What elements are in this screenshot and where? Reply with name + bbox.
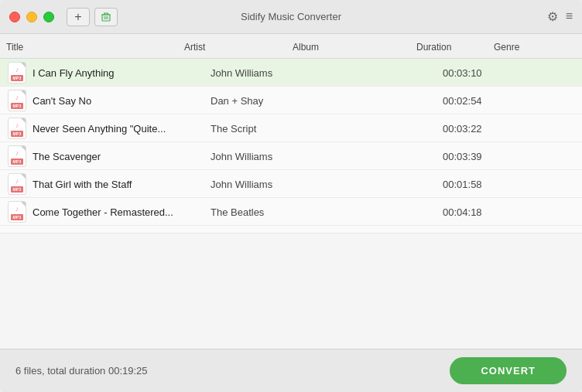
titlebar: + Sidify Music Converter ⚙ ≡ — [0, 0, 582, 34]
cell-title: That Girl with the Staff — [33, 177, 211, 191]
close-button[interactable] — [9, 12, 20, 22]
column-header-title: Title — [6, 39, 184, 53]
mp3-label: MP3 — [11, 186, 22, 193]
cell-duration: 00:03:22 — [443, 121, 520, 135]
column-header-duration: Duration — [416, 39, 494, 53]
trash-icon — [101, 12, 111, 22]
window-title: Sidify Music Converter — [241, 11, 341, 22]
mp3-file-icon: ♪ MP3 — [8, 118, 26, 139]
cell-duration: 00:02:54 — [443, 94, 520, 107]
mp3-label: MP3 — [11, 214, 22, 220]
table-row[interactable]: ♪ MP3 I Can Fly Anything John Williams 0… — [0, 59, 582, 87]
cell-artist: John Williams — [211, 177, 319, 191]
cell-duration: 00:04:18 — [443, 205, 520, 219]
delete-button[interactable] — [94, 8, 118, 26]
mp3-label: MP3 — [11, 103, 22, 109]
music-note: ♪ — [15, 121, 19, 129]
row-icon: ♪ MP3 — [6, 62, 28, 84]
mp3-file-icon: ♪ MP3 — [8, 145, 26, 167]
cell-artist: The Beatles — [211, 205, 319, 219]
cell-duration: 00:03:10 — [443, 66, 520, 80]
mp3-label: MP3 — [11, 131, 22, 137]
column-header-genre: Genre — [494, 39, 576, 53]
mp3-file-icon: ♪ MP3 — [8, 62, 26, 84]
cell-title: The Scavenger — [33, 149, 211, 163]
music-note: ♪ — [15, 205, 19, 213]
row-icon: ♪ MP3 — [6, 201, 28, 223]
column-header-album: Album — [293, 39, 416, 53]
music-note: ♪ — [15, 149, 19, 157]
row-icon: ♪ MP3 — [6, 145, 28, 167]
maximize-button[interactable] — [43, 12, 54, 22]
empty-area — [0, 233, 582, 349]
cell-artist: Dan + Shay — [211, 94, 319, 107]
table-row[interactable]: ♪ MP3 Can't Say No Dan + Shay 00:02:54 — [0, 87, 582, 114]
music-note: ♪ — [15, 66, 19, 73]
minimize-button[interactable] — [26, 12, 37, 22]
titlebar-right: ⚙ ≡ — [547, 9, 573, 24]
table-header: Title Artist Album Duration Genre — [0, 34, 582, 59]
cell-title: I Can Fly Anything — [33, 66, 211, 80]
music-note: ♪ — [15, 94, 19, 101]
table-row[interactable]: ♪ MP3 Come Together - Remastered... The … — [0, 198, 582, 226]
music-note: ♪ — [15, 177, 19, 185]
table-body: ♪ MP3 I Can Fly Anything John Williams 0… — [0, 59, 582, 233]
column-header-artist: Artist — [184, 39, 293, 53]
cell-artist: John Williams — [211, 149, 319, 163]
cell-duration: 00:03:39 — [443, 149, 520, 163]
footer: 6 files, total duration 00:19:25 CONVERT — [0, 349, 582, 392]
cell-title: Come Together - Remastered... — [33, 205, 211, 219]
mp3-label: MP3 — [11, 159, 22, 165]
convert-button[interactable]: CONVERT — [450, 357, 567, 384]
cell-title: Can't Say No — [33, 94, 211, 107]
table-row[interactable]: ♪ MP3 The Scavenger John Williams 00:03:… — [0, 142, 582, 170]
settings-icon[interactable]: ⚙ — [547, 9, 558, 24]
mp3-file-icon: ♪ MP3 — [8, 201, 26, 223]
table-row[interactable]: ♪ MP3 That Girl with the Staff John Will… — [0, 170, 582, 198]
cell-artist: John Williams — [211, 66, 319, 80]
mp3-file-icon: ♪ MP3 — [8, 90, 26, 111]
traffic-lights — [9, 12, 54, 22]
menu-icon[interactable]: ≡ — [566, 9, 573, 24]
mp3-label: MP3 — [11, 75, 22, 81]
add-button[interactable]: + — [67, 8, 90, 26]
mp3-file-icon: ♪ MP3 — [8, 173, 26, 195]
table-row[interactable]: ♪ MP3 Never Seen Anything "Quite... The … — [0, 114, 582, 142]
row-icon: ♪ MP3 — [6, 118, 28, 139]
footer-info: 6 files, total duration 00:19:25 — [15, 365, 148, 377]
cell-duration: 00:01:58 — [443, 177, 520, 191]
toolbar-buttons: + — [67, 8, 118, 26]
main-window: + Sidify Music Converter ⚙ ≡ — [0, 0, 582, 392]
row-icon: ♪ MP3 — [6, 90, 28, 111]
cell-title: Never Seen Anything "Quite... — [33, 121, 211, 135]
cell-artist: The Script — [211, 121, 319, 135]
row-icon: ♪ MP3 — [6, 173, 28, 195]
